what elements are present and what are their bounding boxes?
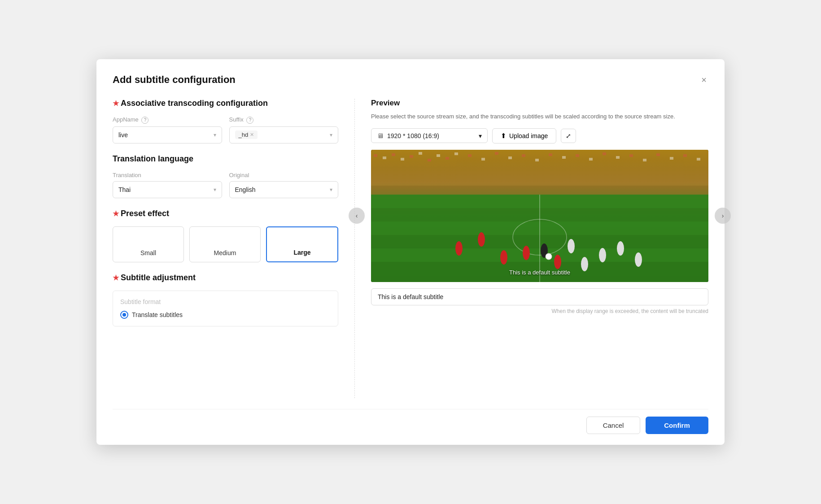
suffix-tag-box: _hd ✕ [235,130,258,139]
translation-group: Translation Thai ▾ [113,172,222,198]
svg-rect-13 [454,152,458,155]
assoc-section-title: ★ Associative transcoding configuration [113,99,338,108]
svg-rect-25 [616,156,620,159]
suffix-chevron-icon: ▾ [330,132,332,138]
left-panel: ★ Associative transcoding configuration … [113,99,355,398]
svg-point-43 [568,239,575,253]
required-star: ★ [113,99,119,108]
suffix-help-icon[interactable]: ? [246,117,253,124]
original-group: Original English ▾ [229,172,339,198]
svg-point-49 [546,253,552,260]
appname-help-icon[interactable]: ? [141,117,148,124]
svg-rect-22 [576,154,579,157]
confirm-button[interactable]: Confirm [646,417,708,434]
right-panel: Preview Please select the source stream … [355,99,708,398]
svg-rect-21 [562,156,566,159]
svg-point-39 [500,250,507,265]
preset-required-star: ★ [113,209,119,218]
next-arrow-button[interactable]: › [715,208,731,224]
svg-point-44 [599,248,606,262]
resolution-chevron-icon: ▾ [479,132,482,139]
svg-point-47 [635,252,642,267]
suffix-tag-close-icon[interactable]: ✕ [250,132,254,138]
fullscreen-icon: ⤢ [566,132,571,139]
svg-rect-4 [374,154,377,157]
subtitle-section-title: ★ Subtitle adjustment [113,273,338,282]
svg-rect-6 [392,153,395,156]
appname-chevron-icon: ▾ [214,132,216,138]
prev-arrow-button[interactable]: ‹ [349,208,365,224]
close-button[interactable]: × [699,74,708,86]
appname-label: AppName ? [113,116,222,124]
preview-text-input[interactable] [371,288,708,305]
upload-icon: ⬆ [501,132,507,140]
radio-label: Translate subtitles [132,311,183,318]
svg-rect-7 [401,158,404,161]
svg-rect-27 [643,159,646,161]
original-select[interactable]: English ▾ [229,181,339,198]
translation-select[interactable]: Thai ▾ [113,181,222,198]
cancel-button[interactable]: Cancel [586,417,640,434]
dialog-footer: Cancel Confirm [113,409,708,434]
translation-section-title: Translation language [113,154,338,164]
subtitle-required-star: ★ [113,274,119,282]
svg-rect-12 [445,157,449,160]
translation-chevron-icon: ▾ [214,187,216,193]
appname-group: AppName ? live ▾ [113,116,222,143]
svg-rect-20 [549,153,552,156]
svg-rect-5 [383,156,386,159]
suffix-group: Suffix ? _hd ✕ ▾ [229,116,339,143]
radio-dot [120,311,128,319]
svg-rect-14 [468,154,472,157]
original-chevron-icon: ▾ [330,187,332,193]
svg-rect-18 [522,154,525,157]
suffix-label: Suffix ? [229,116,339,124]
translation-form-row: Translation Thai ▾ Original English ▾ [113,172,338,198]
translation-section: Translation language Translation Thai ▾ … [113,154,338,198]
suffix-select[interactable]: _hd ✕ ▾ [229,126,339,143]
add-subtitle-dialog: Add subtitle configuration × ★ Associati… [96,59,725,445]
preset-options: Small Medium Large [113,226,338,262]
svg-rect-8 [410,155,413,158]
svg-rect-26 [629,154,633,157]
subtitle-box: Subtitle format Translate subtitles [113,291,338,326]
truncate-note: When the display range is exceeded, the … [371,308,708,314]
svg-point-45 [581,257,588,271]
preset-medium-button[interactable]: Medium [189,226,261,262]
preview-controls: 🖥 1920 * 1080 (16:9) ▾ ⬆ Upload image ⤢ [371,128,708,143]
preview-desc: Please select the source stream size, an… [371,112,708,121]
svg-point-41 [523,246,530,260]
preview-wrapper: ‹ [371,150,708,282]
svg-point-38 [455,241,463,256]
upload-image-button[interactable]: ⬆ Upload image [492,128,556,143]
svg-rect-15 [481,158,485,161]
subtitle-radio-row[interactable]: Translate subtitles [120,311,331,319]
svg-rect-23 [589,158,593,161]
dialog-body: ★ Associative transcoding configuration … [113,99,708,398]
suffix-tag: _hd ✕ [235,130,258,139]
appname-select[interactable]: live ▾ [113,126,222,143]
fullscreen-button[interactable]: ⤢ [561,129,576,143]
dialog-header: Add subtitle configuration × [113,74,708,86]
preset-small-button[interactable]: Small [113,226,184,262]
svg-rect-19 [535,159,539,161]
resolution-select[interactable]: 🖥 1920 * 1080 (16:9) ▾ [371,128,488,143]
svg-rect-29 [670,157,673,160]
svg-rect-30 [683,154,687,157]
svg-rect-24 [603,152,606,155]
svg-point-46 [617,241,624,256]
subtitle-format-label: Subtitle format [120,298,331,305]
svg-point-40 [478,232,485,247]
preview-title: Preview [371,99,708,108]
svg-rect-17 [508,156,512,159]
original-label: Original [229,172,339,178]
svg-text:This is a default subtitle: This is a default subtitle [509,269,570,276]
preset-large-button[interactable]: Large [266,226,338,262]
svg-rect-9 [419,152,422,155]
preset-section: ★ Preset effect Small Medium Large [113,209,338,262]
svg-rect-11 [437,154,440,157]
translation-label: Translation [113,172,222,178]
preview-image-container: This is a default subtitle [371,150,708,282]
svg-rect-31 [697,158,700,161]
svg-rect-16 [495,152,498,155]
